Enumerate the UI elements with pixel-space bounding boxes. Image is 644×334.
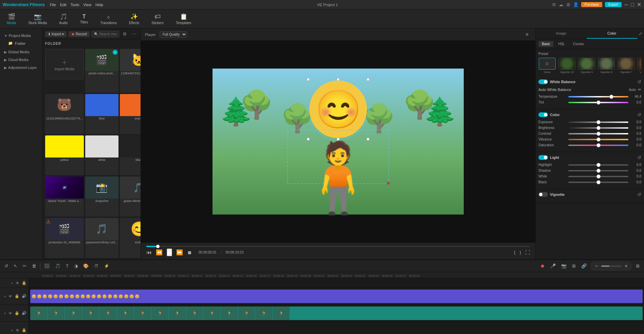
resize-handle-tl[interactable] bbox=[307, 78, 310, 81]
sidebar-adjustment-layer[interactable]: ▶ Adjustment Layer bbox=[0, 63, 42, 71]
temperature-track[interactable] bbox=[568, 96, 628, 97]
video-clip[interactable]: 🏃 🏃 🏃 🏃 🏃 🏃 🏃 🏃 🏃 🏃 🏃 bbox=[30, 307, 643, 320]
white-balance-toggle[interactable]: White Balance ↺ bbox=[538, 79, 641, 85]
track-emoji-audio[interactable]: 🔊 bbox=[21, 293, 27, 299]
shadow-thumb[interactable] bbox=[596, 169, 601, 173]
timeline-zoom-out-button[interactable]: − bbox=[593, 262, 600, 270]
purchase-button[interactable]: Purchase bbox=[581, 2, 602, 7]
media-item-snapshot[interactable]: 📸 Snapshot bbox=[85, 177, 119, 217]
color-toggle[interactable]: Color ↺ bbox=[538, 112, 641, 117]
contrast-track[interactable] bbox=[568, 133, 628, 134]
exposure-thumb[interactable] bbox=[596, 120, 601, 124]
toolbar-effects[interactable]: ✨ Effects bbox=[126, 12, 142, 26]
color-reset-icon[interactable]: ↺ bbox=[637, 112, 641, 117]
timeline-undo-button[interactable]: ↺ bbox=[3, 262, 10, 270]
resize-handle-t[interactable] bbox=[337, 78, 339, 81]
black-track[interactable] bbox=[568, 182, 628, 183]
menu-edit[interactable]: Edit bbox=[60, 3, 67, 7]
timeline-speed-button[interactable]: ⚡ bbox=[102, 262, 111, 270]
toolbar-stickers[interactable]: 🏷 Stickers bbox=[149, 12, 166, 26]
tint-track[interactable] bbox=[568, 102, 628, 103]
sidebar-cloud-media[interactable]: ▶ Cloud Media bbox=[0, 55, 42, 63]
close-button[interactable]: ✕ bbox=[637, 1, 641, 8]
timeline-timer-button[interactable]: ⏱ bbox=[92, 262, 100, 270]
media-item-space[interactable]: 🌌 Space Travel - Made a... bbox=[45, 177, 84, 217]
media-item-orange[interactable]: orange bbox=[120, 94, 141, 134]
vignette-toggle[interactable]: Vignette ↺ bbox=[538, 192, 641, 197]
timeline-snapshot-button[interactable]: 📷 bbox=[559, 262, 568, 270]
white-track[interactable] bbox=[568, 176, 628, 177]
temperature-thumb[interactable] bbox=[609, 95, 613, 99]
timeline-split-button[interactable]: ✂ bbox=[21, 262, 28, 270]
resize-handle-tr[interactable] bbox=[367, 78, 369, 81]
timeline-color-button[interactable]: 🎨 bbox=[81, 262, 90, 270]
media-item-smiley[interactable]: 😊 ✓ smiley bbox=[120, 218, 141, 258]
white-balance-switch[interactable] bbox=[538, 79, 548, 84]
track-emoji-eye[interactable]: 👁 bbox=[8, 294, 13, 299]
toolbar-transitions[interactable]: ⬦ Transitions bbox=[97, 12, 119, 26]
sidebar-folder[interactable]: 📁 Folder bbox=[0, 39, 42, 48]
vibrance-track[interactable] bbox=[568, 139, 628, 140]
minimize-button[interactable]: ─ bbox=[624, 2, 628, 8]
brightness-thumb[interactable] bbox=[596, 126, 601, 130]
timeline-zoom-slider[interactable] bbox=[601, 265, 622, 267]
media-item-black[interactable]: black bbox=[120, 135, 141, 175]
preset-vignette10[interactable]: Vignette 10 bbox=[558, 58, 576, 74]
menu-help[interactable]: Help bbox=[95, 3, 103, 7]
timeline-pip-button[interactable]: ⊞ bbox=[570, 262, 577, 270]
auto-wb-edit-icon[interactable]: ✏ bbox=[638, 87, 641, 92]
search-input[interactable] bbox=[99, 32, 117, 36]
media-item-cat[interactable]: 🐱 11954407231260466000... bbox=[120, 49, 141, 93]
timeline-link-button[interactable]: 🔗 bbox=[579, 262, 588, 270]
delete-handle-icon[interactable] bbox=[387, 182, 390, 185]
toolbar-stock-media[interactable]: 📷 Stock Media bbox=[25, 12, 50, 26]
tab-color[interactable]: Color bbox=[587, 29, 638, 39]
media-item-password[interactable]: 🎵 password-infinity-123... bbox=[85, 218, 119, 258]
progress-bar[interactable] bbox=[146, 246, 530, 247]
subtab-hsl[interactable]: HSL bbox=[555, 41, 568, 47]
track-add-button[interactable]: + bbox=[11, 280, 14, 286]
timeline-cursor-button[interactable]: ↖ bbox=[12, 262, 19, 270]
user-icon[interactable]: 👤 bbox=[573, 2, 578, 7]
track-eye-top[interactable]: 👁 bbox=[15, 280, 20, 286]
white-balance-reset-icon[interactable]: ↺ bbox=[637, 79, 641, 85]
track-audio-eye[interactable]: 👁 bbox=[15, 328, 20, 333]
subtab-basic[interactable]: Basic bbox=[538, 41, 553, 47]
import-media-tile[interactable]: + Import Media bbox=[45, 49, 84, 79]
saturation-track[interactable] bbox=[568, 145, 628, 146]
timeline-zoom-in-button[interactable]: + bbox=[623, 262, 629, 270]
quality-select[interactable]: Full Quality 1/2 Quality 1/4 Quality bbox=[160, 31, 187, 38]
skip-back-button[interactable]: ⏮ bbox=[146, 249, 152, 256]
contrast-thumb[interactable] bbox=[596, 132, 601, 136]
media-item-bear[interactable]: 🐻 12161399651491232774... bbox=[45, 94, 84, 134]
preset-vignette7[interactable]: Vignette 7 bbox=[617, 58, 635, 74]
vignette-reset-icon[interactable]: ↺ bbox=[637, 192, 641, 197]
light-toggle[interactable]: Light ↺ bbox=[538, 155, 641, 160]
tab-image[interactable]: Image bbox=[536, 29, 587, 39]
emoji-clip[interactable]: 😊😊😊😊😊😊😊😊😊😊😊😊😊😊😊😊😊😊😊😊 bbox=[30, 290, 643, 303]
mark-out-button[interactable]: } bbox=[520, 250, 521, 255]
track-area-emoji[interactable]: 😊😊😊😊😊😊😊😊😊😊😊😊😊😊😊😊😊😊😊😊 bbox=[29, 288, 644, 304]
panel-expand-button[interactable]: ⤢ bbox=[637, 29, 644, 39]
timeline-record-button[interactable]: ⏺ bbox=[539, 262, 547, 270]
preset-none[interactable]: ○ None bbox=[538, 58, 556, 74]
sidebar-project-media[interactable]: ▼ Project Media bbox=[0, 31, 42, 39]
track-area-video[interactable]: 🏃 🏃 🏃 🏃 🏃 🏃 🏃 🏃 🏃 🏃 🏃 bbox=[29, 305, 644, 321]
color-switch[interactable] bbox=[538, 112, 548, 117]
step-forward-button[interactable]: ⏩ bbox=[176, 249, 183, 256]
toolbar-audio[interactable]: 🎵 Audio bbox=[56, 12, 71, 26]
toolbar-media[interactable]: 🎬 Media bbox=[4, 12, 19, 26]
white-thumb[interactable] bbox=[596, 174, 601, 179]
menu-view[interactable]: View bbox=[84, 3, 92, 7]
timeline-effect-button[interactable]: ◑ bbox=[72, 262, 79, 270]
timeline-crop-button[interactable]: ⬛ bbox=[42, 262, 51, 270]
exposure-track[interactable] bbox=[568, 122, 628, 123]
tint-thumb[interactable] bbox=[596, 100, 601, 105]
preset-vignette9[interactable]: Vignette 9 bbox=[578, 58, 595, 74]
highlight-thumb[interactable] bbox=[596, 163, 601, 167]
vignette-switch[interactable] bbox=[538, 192, 548, 197]
play-button[interactable]: ▶ bbox=[167, 248, 172, 256]
timeline-voice-button[interactable]: 🎤 bbox=[549, 262, 557, 270]
media-item-white[interactable]: white bbox=[85, 135, 119, 175]
track-emoji-add[interactable]: + bbox=[3, 294, 7, 299]
